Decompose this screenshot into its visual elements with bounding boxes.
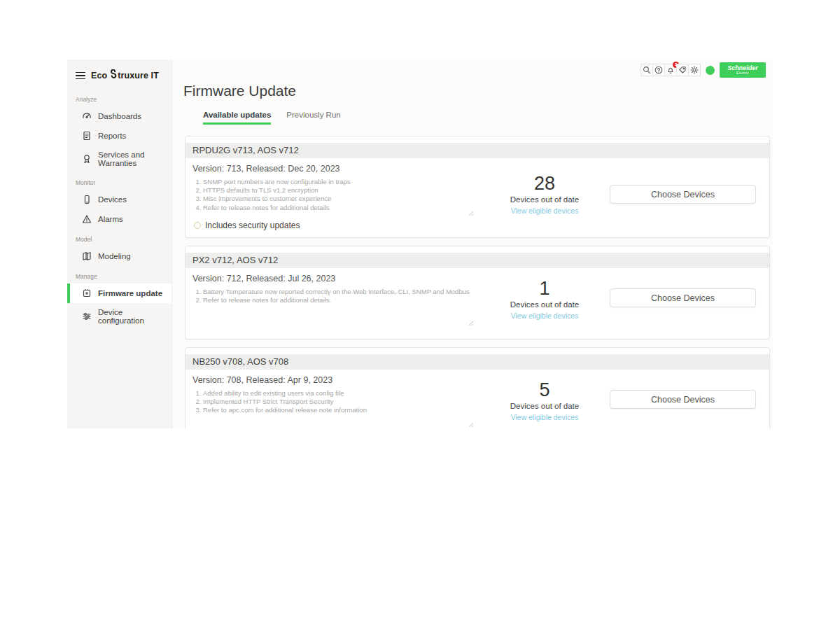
sidebar: Ecotruxure IT Analyze Dashboards Reports… bbox=[67, 59, 172, 428]
tag-icon bbox=[678, 66, 687, 74]
section-label-model: Model bbox=[67, 229, 172, 246]
report-document-icon bbox=[82, 131, 92, 141]
out-of-date-label: Devices out of date bbox=[485, 300, 604, 309]
update-card-nb250: NB250 v708, AOS v708 Version: 708, Relea… bbox=[185, 347, 770, 428]
sidebar-item-label: Services and Warranties bbox=[98, 150, 169, 167]
sidebar-item-firmware-update[interactable]: Firmware update bbox=[67, 284, 172, 303]
tab-previously-run[interactable]: Previously Run bbox=[286, 111, 340, 125]
release-note: HTTPS defaults to TLS v1.2 encryption bbox=[203, 186, 474, 194]
schneider-logo-line2: Electric bbox=[736, 71, 749, 75]
tab-available-updates[interactable]: Available updates bbox=[203, 111, 271, 125]
search-button[interactable] bbox=[640, 64, 653, 76]
gauge-icon bbox=[82, 111, 92, 121]
ecostruxure-logo: Ecotruxure IT bbox=[91, 69, 159, 82]
sidebar-item-label: Firmware update bbox=[98, 289, 162, 298]
update-card-rpdu2g: RPDU2G v713, AOS v712 Version: 713, Rele… bbox=[185, 136, 770, 238]
section-label-manage: Manage bbox=[67, 266, 172, 284]
release-note: SNMP port numbers are now configurable i… bbox=[203, 178, 474, 186]
out-of-date-label: Devices out of date bbox=[485, 402, 604, 410]
card-title: PX2 v712, AOS v712 bbox=[186, 253, 769, 268]
sidebar-item-modeling[interactable]: Modeling bbox=[67, 246, 172, 266]
sidebar-item-reports[interactable]: Reports bbox=[67, 126, 172, 146]
device-stats: 1 Devices out of date View eligible devi… bbox=[485, 279, 604, 320]
configuration-sliders-icon bbox=[82, 312, 92, 321]
view-eligible-devices-link[interactable]: View eligible devices bbox=[485, 206, 604, 215]
logo-prefix: Eco bbox=[91, 71, 107, 80]
out-of-date-count: 28 bbox=[485, 174, 604, 193]
release-notes-list: Battery Temperature now reported correct… bbox=[194, 288, 474, 304]
hamburger-menu-icon[interactable] bbox=[76, 72, 85, 80]
security-note-label: Includes security updates bbox=[205, 220, 300, 230]
out-of-date-count: 5 bbox=[485, 381, 604, 400]
security-note-row: Includes security updates bbox=[194, 220, 300, 230]
textarea-resize-handle[interactable] bbox=[468, 206, 474, 212]
sidebar-item-label: Alarms bbox=[98, 215, 123, 223]
sidebar-item-alarms[interactable]: Alarms bbox=[67, 209, 172, 229]
device-stats: 28 Devices out of date View eligible dev… bbox=[485, 174, 604, 215]
logo-suffix: truxure IT bbox=[118, 71, 159, 80]
version-line: Version: 712, Released: Jul 26, 2023 bbox=[192, 274, 769, 284]
card-title: RPDU2G v713, AOS v712 bbox=[186, 143, 769, 158]
schneider-electric-logo[interactable]: Schneider Electric bbox=[720, 62, 766, 78]
help-icon bbox=[654, 66, 663, 74]
device-icon bbox=[82, 195, 92, 204]
choose-devices-button[interactable]: Choose Devices bbox=[610, 288, 756, 307]
gear-icon bbox=[690, 66, 699, 74]
textarea-resize-handle[interactable] bbox=[468, 418, 474, 424]
sidebar-item-label: Device configuration bbox=[98, 308, 169, 325]
out-of-date-label: Devices out of date bbox=[485, 195, 604, 204]
ecostruxure-glyph-icon bbox=[108, 69, 117, 82]
sidebar-item-label: Reports bbox=[98, 132, 126, 140]
schneider-logo-line1: Schneider bbox=[727, 65, 758, 71]
sidebar-item-label: Dashboards bbox=[98, 112, 141, 120]
modeling-map-icon bbox=[82, 251, 92, 261]
version-line: Version: 708, Released: Apr 9, 2023 bbox=[192, 375, 769, 385]
release-notes-list: SNMP port numbers are now configurable i… bbox=[194, 178, 474, 211]
section-label-monitor: Monitor bbox=[67, 172, 172, 190]
sidebar-item-device-configuration[interactable]: Device configuration bbox=[67, 303, 172, 330]
view-eligible-devices-link[interactable]: View eligible devices bbox=[485, 413, 604, 421]
release-notes-list: Added ability to edit existing users via… bbox=[194, 389, 474, 414]
page-title: Firmware Update bbox=[183, 83, 773, 99]
release-note: Refer to release notes for additional de… bbox=[203, 204, 474, 211]
out-of-date-count: 1 bbox=[485, 279, 604, 298]
award-tag-icon bbox=[82, 154, 92, 164]
release-note: Misc improvements to customer experience bbox=[203, 195, 474, 202]
sidebar-item-label: Devices bbox=[98, 195, 127, 204]
choose-devices-button[interactable]: Choose Devices bbox=[610, 185, 756, 204]
app-window: Ecotruxure IT Analyze Dashboards Reports… bbox=[67, 59, 773, 428]
section-label-analyze: Analyze bbox=[67, 89, 172, 106]
release-note: Refer to release notes for additional de… bbox=[203, 296, 474, 304]
choose-devices-button[interactable]: Choose Devices bbox=[610, 390, 756, 409]
sidebar-item-dashboards[interactable]: Dashboards bbox=[67, 106, 172, 126]
release-note: Battery Temperature now reported correct… bbox=[203, 288, 474, 295]
user-status-dot[interactable] bbox=[706, 66, 715, 75]
version-line: Version: 713, Released: Dec 20, 2023 bbox=[192, 164, 769, 174]
release-note: Refer to apc.com for additional release … bbox=[203, 406, 474, 414]
notifications-button[interactable]: 3 bbox=[664, 64, 677, 76]
topbar: 3 Schneider Electric bbox=[641, 62, 766, 78]
logo-row: Ecotruxure IT bbox=[67, 65, 172, 89]
update-card-px2: PX2 v712, AOS v712 Version: 712, Release… bbox=[185, 246, 770, 340]
firmware-update-icon bbox=[82, 288, 92, 298]
tabs: Available updates Previously Run bbox=[203, 111, 773, 125]
main-content: 3 Schneider Electric Firmware Update Ava… bbox=[172, 59, 773, 428]
sidebar-item-devices[interactable]: Devices bbox=[67, 190, 172, 209]
view-eligible-devices-link[interactable]: View eligible devices bbox=[485, 312, 604, 320]
tags-button[interactable] bbox=[676, 64, 689, 76]
sidebar-item-services-and-warranties[interactable]: Services and Warranties bbox=[67, 146, 172, 172]
update-cards: RPDU2G v713, AOS v712 Version: 713, Rele… bbox=[172, 136, 773, 428]
alarm-warning-icon bbox=[82, 214, 92, 224]
sidebar-item-label: Modeling bbox=[98, 252, 131, 260]
textarea-resize-handle[interactable] bbox=[468, 316, 474, 322]
search-icon bbox=[643, 66, 651, 74]
release-note: Implemented HTTP Strict Transport Securi… bbox=[203, 398, 474, 405]
card-title: NB250 v708, AOS v708 bbox=[186, 354, 769, 370]
device-stats: 5 Devices out of date View eligible devi… bbox=[485, 381, 604, 421]
release-note: Added ability to edit existing users via… bbox=[203, 389, 474, 397]
settings-button[interactable] bbox=[688, 64, 701, 76]
security-badge-icon bbox=[194, 222, 201, 229]
help-button[interactable] bbox=[652, 64, 665, 76]
